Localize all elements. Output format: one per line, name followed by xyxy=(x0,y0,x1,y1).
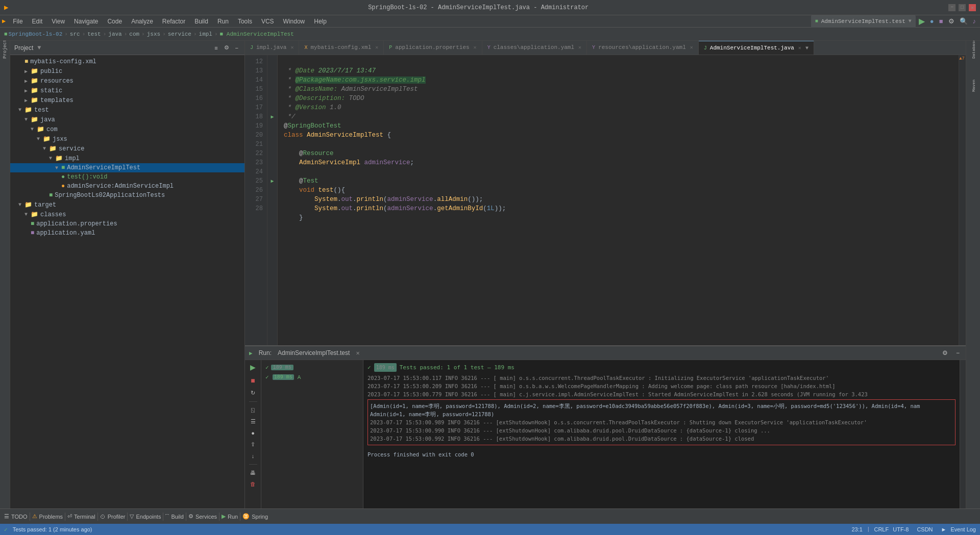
sidebar-dropdown[interactable]: ▼ xyxy=(37,44,41,52)
run-panel-settings[interactable]: ⚙ xyxy=(940,347,950,359)
tree-item-app-yaml[interactable]: ■ application.yaml xyxy=(10,228,244,238)
gutter-spring-icon[interactable]: ▶ xyxy=(271,114,274,120)
breadcrumb-part-6[interactable]: jsxs xyxy=(147,31,160,37)
toolbar-services[interactable]: ⚙ Services xyxy=(188,513,217,520)
breadcrumb-part-7[interactable]: service xyxy=(168,31,191,37)
tree-item-java[interactable]: ▼ 📁 java xyxy=(10,115,244,124)
menu-window[interactable]: Window xyxy=(279,17,309,26)
tree-item-com[interactable]: ▼ 📁 com xyxy=(10,124,244,134)
breadcrumb-part-9[interactable]: ■ AdminServiceImplTest xyxy=(220,31,294,37)
menu-vcs[interactable]: VCS xyxy=(257,17,278,26)
debug-button[interactable]: ● xyxy=(928,15,936,27)
tree-item-springboot-tests[interactable]: ■ SpringBootLs02ApplicationTests xyxy=(10,191,244,200)
tab-res-yaml[interactable]: Y resources\application.yaml ✕ xyxy=(587,41,699,55)
tab-dropdown[interactable]: ▼ xyxy=(805,45,808,51)
menu-edit[interactable]: Edit xyxy=(28,17,47,26)
tab-close-classes-yaml[interactable]: ✕ xyxy=(578,44,581,50)
gutter-run-icon[interactable]: ▶ xyxy=(271,178,274,184)
window-controls[interactable]: − □ ✕ xyxy=(948,4,976,11)
tree-item-public[interactable]: ▶ 📁 public xyxy=(10,66,244,76)
breadcrumb-part-8[interactable]: impl xyxy=(199,31,212,37)
code-editor[interactable]: 12 13 14 15 16 17 18 19 20 21 22 23 xyxy=(245,55,966,345)
breadcrumb-part-1[interactable]: SpringBoot-ls-02 xyxy=(9,31,63,37)
tree-item-static[interactable]: ▶ 📁 static xyxy=(10,86,244,95)
tab-close-impl[interactable]: ✕ xyxy=(290,44,293,50)
strip-maven[interactable]: Maven xyxy=(967,80,979,92)
tree-item-admin-service[interactable]: ● adminService:AdminServiceImpl xyxy=(10,182,244,191)
breadcrumb-part-2[interactable]: src xyxy=(70,31,80,37)
toolbar-build[interactable]: ⎴ Build xyxy=(165,514,183,520)
menu-tools[interactable]: Tools xyxy=(234,17,256,26)
tab-close-mybatis[interactable]: ✕ xyxy=(375,44,378,50)
run-rerun-button[interactable]: ▶ xyxy=(248,362,258,372)
status-event-log[interactable]: Event Log xyxy=(950,526,976,532)
menu-refactor[interactable]: Refactor xyxy=(158,17,189,26)
run-config-dropdown[interactable]: ▼ xyxy=(909,18,912,24)
toolbar-endpoints[interactable]: ▽ Endpoints xyxy=(130,513,161,520)
sidebar-minimize[interactable]: − xyxy=(233,43,240,53)
menu-build[interactable]: Build xyxy=(190,17,212,26)
tree-item-jsxs[interactable]: ▼ 📁 jsxs xyxy=(10,134,244,144)
run-button[interactable]: ▶ xyxy=(917,14,927,28)
run-trash-button[interactable]: 🗑 xyxy=(248,480,258,488)
menu-code[interactable]: Code xyxy=(103,17,126,26)
breadcrumb-part-5[interactable]: com xyxy=(129,31,139,37)
run-tab-label[interactable]: Run: xyxy=(259,349,272,356)
tab-mybatis[interactable]: X mybatis-config.xml ✕ xyxy=(299,41,384,55)
toolbar-todo[interactable]: ☰ TODO xyxy=(4,513,28,520)
tree-item-app-prop[interactable]: ■ application.properties xyxy=(10,219,244,228)
maximize-button[interactable]: □ xyxy=(959,4,966,11)
breadcrumb-part-4[interactable]: java xyxy=(108,31,121,37)
tab-close-admin[interactable]: ✕ xyxy=(798,45,801,51)
tree-item-impl[interactable]: ▼ 📁 impl xyxy=(10,154,244,163)
tree-item-mybatis[interactable]: ■ mybatis-config.xml xyxy=(10,57,244,66)
tab-admin-test[interactable]: J AdminServiceImplTest.java ✕ ▼ xyxy=(699,41,814,55)
toolbar-terminal[interactable]: ⏎ Terminal xyxy=(67,513,95,520)
run-coverage-button[interactable]: ● xyxy=(249,429,257,437)
tree-item-test[interactable]: ▼ 📁 test xyxy=(10,105,244,115)
tab-classes-yaml[interactable]: Y classes\application.yaml ✕ xyxy=(482,41,587,55)
run-export-button[interactable]: ⇪ xyxy=(249,440,257,449)
run-rerun-failed-button[interactable]: ↻ xyxy=(249,389,257,397)
run-print-button[interactable]: 🖶 xyxy=(248,469,258,477)
menu-run[interactable]: Run xyxy=(213,17,233,26)
menu-view[interactable]: View xyxy=(47,17,69,26)
run-scroll-button[interactable]: ↓ xyxy=(250,452,257,460)
strip-database[interactable]: Database xyxy=(967,43,979,55)
toolbar-profiler[interactable]: ⏲ Profiler xyxy=(100,514,126,520)
toolbar-run[interactable]: ▶ Run xyxy=(222,513,238,520)
menu-analyze[interactable]: Analyze xyxy=(127,17,157,26)
toolbar-spring[interactable]: ♊ Spring xyxy=(242,513,268,520)
menu-file[interactable]: File xyxy=(9,17,27,26)
menu-navigate[interactable]: Navigate xyxy=(70,17,102,26)
run-stop-button[interactable]: ■ xyxy=(249,375,257,386)
run-sort-button[interactable]: ☰ xyxy=(249,417,258,426)
tab-impl-java[interactable]: J impl.java ✕ xyxy=(245,41,299,55)
run-scrollbar[interactable] xyxy=(960,360,966,508)
menu-help[interactable]: Help xyxy=(310,17,331,26)
settings-button[interactable]: ⚙ xyxy=(946,15,957,27)
tree-item-test-method[interactable]: ● test():void xyxy=(10,172,244,182)
sidebar-collapse-all[interactable]: ≡ xyxy=(212,43,219,53)
tree-item-service[interactable]: ▼ 📁 service xyxy=(10,144,244,154)
tree-item-admin-test[interactable]: ▼ ■ AdminServiceImplTest xyxy=(10,163,244,172)
sidebar-settings[interactable]: ⚙ xyxy=(222,42,231,53)
scrollbar-area[interactable]: ▲7 xyxy=(959,55,966,345)
run-panel-minimize[interactable]: − xyxy=(954,347,962,359)
search-everywhere-button[interactable]: 🔍 xyxy=(958,15,970,27)
tab-app-prop[interactable]: P application.properties ✕ xyxy=(384,41,482,55)
code-content[interactable]: * @Date 2023/7/17 13:47 * @PackageName:c… xyxy=(278,55,959,345)
toolbar-problems[interactable]: ⚠ Problems xyxy=(32,513,63,520)
notifications-button[interactable]: ♪ xyxy=(971,15,978,27)
tree-item-target[interactable]: ▼ 📁 target xyxy=(10,200,244,210)
tab-close-res-yaml[interactable]: ✕ xyxy=(690,44,693,50)
run-tree-item-all[interactable]: ✓ 189 ms A xyxy=(261,373,363,381)
tree-item-classes[interactable]: ▼ 📁 classes xyxy=(10,210,244,219)
tab-close-prop[interactable]: ✕ xyxy=(474,44,477,50)
tree-item-resources[interactable]: ▶ 📁 resources xyxy=(10,76,244,86)
run-filter-button[interactable]: ⍂ xyxy=(249,406,257,414)
tree-item-templates[interactable]: ▶ 📁 templates xyxy=(10,95,244,105)
coverage-button[interactable]: ■ xyxy=(937,15,945,27)
strip-project[interactable]: Project xyxy=(0,43,11,55)
run-output[interactable]: ✓ 189 ms Tests passed: 1 of 1 test – 189… xyxy=(363,360,960,508)
